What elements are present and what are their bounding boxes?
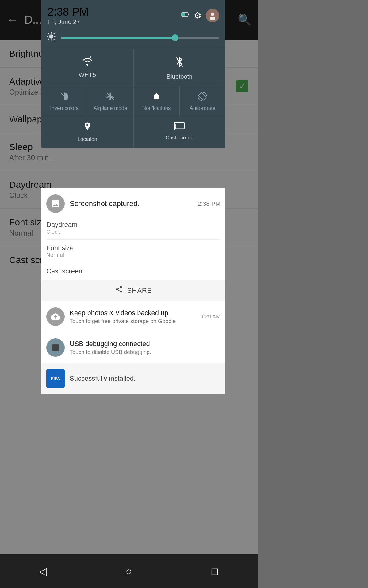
- app-icon: FIFA: [46, 369, 65, 388]
- status-icons-group: ⚙: [181, 9, 219, 22]
- svg-text:*: *: [90, 56, 92, 60]
- bluetooth-icon: [174, 56, 184, 71]
- brightness-row[interactable]: [41, 28, 225, 49]
- backup-title: Keep photos & videos backed up: [70, 309, 195, 317]
- airplane-label: Airplane mode: [94, 105, 127, 111]
- bluetooth-label: Bluetooth: [167, 73, 193, 80]
- wifi-tile[interactable]: * WHT5: [41, 49, 133, 86]
- recents-nav-icon: □: [212, 565, 218, 577]
- share-button[interactable]: SHARE: [41, 280, 225, 301]
- daydream-sub: Clock: [46, 229, 220, 235]
- backup-icon: [46, 307, 65, 326]
- battery-icon: [181, 10, 190, 21]
- font-size-sub: Normal: [46, 252, 220, 258]
- svg-line-14: [48, 39, 49, 40]
- usb-content: USB debugging connected Touch to disable…: [70, 340, 220, 356]
- screenshot-notif-content: Screenshot captured. 2:38 PM: [70, 199, 220, 208]
- screenshot-notification[interactable]: Screenshot captured. 2:38 PM Daydream Cl…: [41, 188, 225, 301]
- notifications-label: Notifications: [142, 105, 171, 111]
- svg-rect-2: [182, 13, 185, 16]
- svg-point-6: [49, 34, 53, 38]
- status-time: 2:38 PM: [48, 6, 89, 18]
- wifi-label: WHT5: [79, 71, 96, 78]
- share-label: SHARE: [127, 287, 152, 295]
- back-nav-icon: ◁: [39, 565, 47, 577]
- share-icon: [115, 285, 123, 296]
- airplane-mode-tile[interactable]: Airplane mode: [87, 86, 133, 116]
- location-icon: [83, 122, 92, 134]
- qs-secondary-tiles: Invert colors Airplane mode Notification…: [41, 86, 225, 116]
- svg-point-15: [86, 64, 88, 66]
- status-bar: 2:38 PM Fri, June 27 ⚙: [41, 0, 225, 28]
- svg-line-13: [54, 33, 55, 34]
- usb-sub: Touch to disable USB debugging.: [70, 349, 220, 356]
- screenshot-title: Screenshot captured.: [70, 199, 140, 208]
- cast-screen-icon: [174, 122, 185, 133]
- time-date-block: 2:38 PM Fri, June 27: [48, 6, 89, 25]
- wifi-icon: *: [81, 56, 94, 69]
- avatar[interactable]: [206, 9, 219, 22]
- app-notification[interactable]: FIFA Successfully installed.: [41, 363, 225, 394]
- usb-title: USB debugging connected: [70, 340, 220, 348]
- cast-screen-exp-title: Cast screen: [46, 267, 220, 275]
- daydream-title: Daydream: [46, 221, 220, 229]
- navigation-bar: ◁ ○ □: [0, 554, 258, 588]
- svg-point-4: [211, 13, 214, 16]
- back-button[interactable]: ◁: [34, 562, 52, 580]
- home-button[interactable]: ○: [120, 562, 138, 580]
- auto-rotate-icon: [198, 92, 207, 104]
- cast-screen-exp-item: Cast screen: [46, 263, 220, 280]
- daydream-item: Daydream Clock: [46, 217, 220, 240]
- brightness-fill: [61, 37, 175, 39]
- location-tile[interactable]: Location: [41, 116, 133, 148]
- notification-panel: Screenshot captured. 2:38 PM Daydream Cl…: [41, 188, 225, 394]
- recents-button[interactable]: □: [205, 562, 224, 580]
- invert-colors-label: Invert colors: [50, 105, 79, 111]
- status-date: Fri, June 27: [48, 18, 89, 25]
- usb-icon: ⬛: [46, 338, 65, 357]
- usb-notification[interactable]: ⬛ USB debugging connected Touch to disab…: [41, 332, 225, 363]
- auto-rotate-tile[interactable]: Auto-rotate: [179, 86, 225, 116]
- screenshot-icon: [46, 194, 65, 213]
- brightness-slider[interactable]: [61, 37, 219, 39]
- backup-time: 9:29 AM: [200, 314, 220, 320]
- home-nav-icon: ○: [126, 565, 132, 577]
- notifications-tile[interactable]: Notifications: [133, 86, 179, 116]
- svg-line-12: [54, 39, 55, 40]
- brightness-thumb: [172, 34, 178, 41]
- settings-icon[interactable]: ⚙: [194, 10, 201, 21]
- svg-rect-1: [188, 14, 189, 15]
- brightness-icon: [46, 32, 56, 44]
- svg-point-21: [174, 130, 175, 130]
- notifications-icon: [152, 92, 161, 104]
- airplane-icon: [106, 92, 115, 104]
- qs-main-tiles: * WHT5 Bluetooth: [41, 49, 225, 86]
- screenshot-notif-header: Screenshot captured. 2:38 PM: [41, 188, 225, 217]
- font-size-title: Font size: [46, 244, 220, 252]
- backup-content: Keep photos & videos backed up Touch to …: [70, 309, 195, 325]
- quick-settings-panel: 2:38 PM Fri, June 27 ⚙: [41, 0, 225, 148]
- qs-bottom-tiles: Location Cast screen: [41, 116, 225, 148]
- location-label: Location: [78, 136, 97, 142]
- invert-colors-icon: [60, 92, 69, 104]
- auto-rotate-label: Auto-rotate: [190, 105, 215, 111]
- backup-notification[interactable]: Keep photos & videos backed up Touch to …: [41, 301, 225, 332]
- backup-sub: Touch to get free private storage on Goo…: [70, 318, 195, 325]
- app-text: Successfully installed.: [70, 375, 136, 383]
- cast-screen-label: Cast screen: [166, 135, 194, 141]
- screenshot-expanded: Daydream Clock Font size Normal Cast scr…: [41, 217, 225, 280]
- bluetooth-tile[interactable]: Bluetooth: [133, 49, 226, 86]
- font-size-item: Font size Normal: [46, 240, 220, 263]
- cast-screen-tile[interactable]: Cast screen: [133, 116, 226, 148]
- screenshot-time: 2:38 PM: [198, 200, 220, 207]
- invert-colors-tile[interactable]: Invert colors: [41, 86, 87, 116]
- svg-line-11: [48, 33, 49, 34]
